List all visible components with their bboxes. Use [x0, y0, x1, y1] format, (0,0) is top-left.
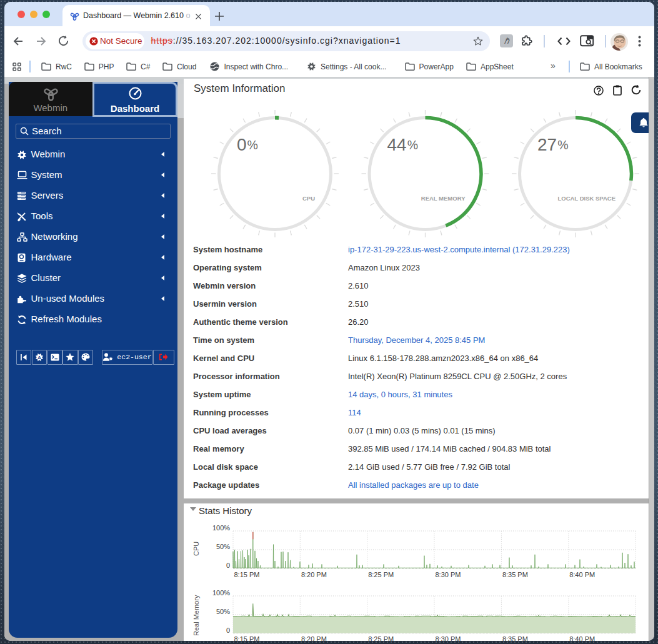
svg-text:A: A	[37, 354, 41, 360]
